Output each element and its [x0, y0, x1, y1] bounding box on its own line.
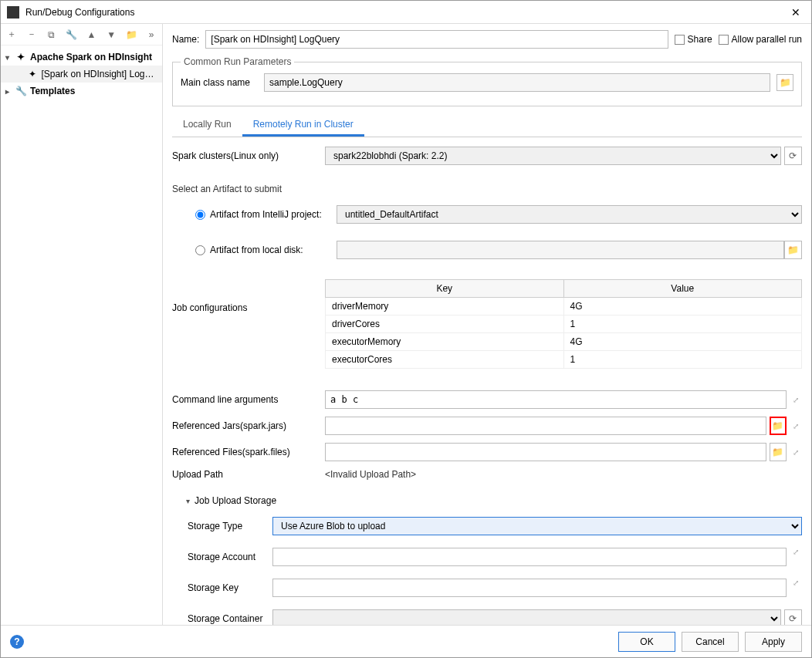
ref-files-label: Referenced Files(spark.files): [172, 447, 319, 457]
sidebar: ＋ － ⧉ 🔧 ▲ ▼ 📁 » ▾ ✦ Apache Spark on HDIn…: [1, 24, 163, 625]
cmd-args-label: Command line arguments: [172, 394, 319, 405]
artifact-disk-browse-icon[interactable]: 📁: [784, 241, 802, 259]
refresh-container-icon[interactable]: ⟳: [784, 609, 802, 625]
storage-type-label: Storage Type: [172, 521, 272, 531]
storage-account-input[interactable]: [272, 548, 787, 566]
ok-button[interactable]: OK: [618, 632, 675, 652]
down-icon[interactable]: ▼: [105, 29, 117, 41]
tree-item-logquery[interactable]: ✦ [Spark on HDInsight] LogQuery: [1, 66, 162, 83]
cluster-label: Spark clusters(Linux only): [172, 150, 319, 161]
tree-templates-label: Templates: [30, 86, 75, 96]
close-icon[interactable]: ✕: [787, 6, 805, 19]
chevron-down-icon: ▾: [186, 497, 190, 505]
wrench-icon[interactable]: 🔧: [66, 29, 78, 41]
chevron-down-icon: ▾: [5, 53, 15, 62]
table-row: executorCores1: [326, 351, 802, 369]
storage-type-select[interactable]: Use Azure Blob to upload: [272, 517, 802, 535]
job-config-table[interactable]: Key Value driverMemory4G driverCores1 ex…: [325, 279, 802, 369]
job-config-label: Job configurations: [172, 279, 319, 313]
tree-item-label: [Spark on HDInsight] LogQuery: [41, 69, 157, 79]
main-class-browse-icon[interactable]: 📁: [776, 74, 793, 91]
config-toolbar: ＋ － ⧉ 🔧 ▲ ▼ 📁 »: [1, 24, 162, 46]
tab-remotely-run[interactable]: Remotely Run in Cluster: [242, 114, 364, 137]
refresh-cluster-icon[interactable]: ⟳: [784, 147, 802, 165]
ref-files-input[interactable]: [325, 443, 766, 461]
wrench-icon: 🔧: [15, 85, 27, 97]
job-upload-storage-toggle[interactable]: ▾ Job Upload Storage: [172, 495, 802, 506]
artifact-section-label: Select an Artifact to submit: [172, 184, 802, 194]
expand-icon[interactable]: ⤢: [790, 548, 802, 566]
share-checkbox[interactable]: Share: [675, 34, 712, 45]
cmd-args-input[interactable]: [325, 390, 787, 409]
table-row: driverCores1: [326, 316, 802, 333]
upload-path-label: Upload Path: [172, 469, 319, 480]
config-tree: ▾ ✦ Apache Spark on HDInsight ✦ [Spark o…: [1, 46, 162, 625]
storage-section-label: Job Upload Storage: [195, 495, 276, 506]
main-class-input[interactable]: [264, 73, 770, 92]
artifact-project-select[interactable]: untitled_DefaultArtifact: [337, 205, 802, 224]
expand-icon[interactable]: ⤢: [790, 448, 802, 457]
up-icon[interactable]: ▲: [86, 29, 98, 41]
storage-container-label: Storage Container: [172, 613, 272, 624]
expand-icon[interactable]: ⤢: [790, 422, 802, 430]
ref-jars-browse-icon[interactable]: 📁: [770, 417, 787, 435]
storage-account-label: Storage Account: [172, 552, 272, 562]
tree-group-spark[interactable]: ▾ ✦ Apache Spark on HDInsight: [1, 49, 162, 66]
chevron-right-icon: ▸: [5, 87, 15, 96]
parallel-checkbox[interactable]: Allow parallel run: [719, 34, 802, 45]
table-row: executorMemory4G: [326, 333, 802, 351]
spark-icon: ✦: [27, 68, 38, 80]
remove-icon[interactable]: －: [25, 29, 38, 41]
upload-path-value: <Invalid Upload Path>: [325, 469, 802, 480]
expand-icon[interactable]: ⤢: [790, 579, 802, 597]
cancel-button[interactable]: Cancel: [682, 632, 739, 652]
name-label: Name:: [172, 34, 199, 45]
storage-key-label: Storage Key: [172, 582, 272, 593]
common-legend: Common Run Parameters: [181, 56, 294, 67]
app-icon: [7, 6, 19, 19]
artifact-disk-radio[interactable]: [195, 245, 205, 255]
dialog-footer: ? OK Cancel Apply: [1, 625, 811, 657]
artifact-disk-label: Artifact from local disk:: [210, 245, 337, 255]
help-icon[interactable]: ?: [10, 635, 24, 649]
table-row: driverMemory4G: [326, 298, 802, 316]
content-panel: Name: Share Allow parallel run Common Ru…: [163, 24, 811, 625]
window-title: Run/Debug Configurations: [25, 7, 787, 18]
expand-icon[interactable]: »: [145, 29, 157, 41]
main-class-label: Main class name: [181, 77, 258, 88]
storage-container-select[interactable]: [272, 609, 781, 625]
tab-locally-run[interactable]: Locally Run: [172, 114, 242, 137]
storage-key-input[interactable]: [272, 579, 787, 597]
folder-icon[interactable]: 📁: [125, 29, 137, 41]
artifact-disk-input[interactable]: [337, 241, 784, 259]
ref-files-browse-icon[interactable]: 📁: [770, 443, 787, 461]
cluster-select[interactable]: spark22blobhdi (Spark: 2.2): [325, 147, 781, 165]
copy-icon[interactable]: ⧉: [46, 29, 58, 41]
col-value: Value: [563, 280, 802, 298]
apply-button[interactable]: Apply: [745, 632, 802, 652]
name-input[interactable]: [205, 30, 668, 49]
tree-templates[interactable]: ▸ 🔧 Templates: [1, 83, 162, 100]
artifact-project-radio[interactable]: [195, 210, 205, 220]
common-params-fieldset: Common Run Parameters Main class name 📁: [172, 56, 802, 106]
ref-jars-label: Referenced Jars(spark.jars): [172, 420, 319, 431]
expand-icon[interactable]: ⤢: [790, 396, 802, 404]
add-icon[interactable]: ＋: [5, 29, 18, 41]
titlebar: Run/Debug Configurations ✕: [1, 1, 811, 24]
spark-icon: ✦: [15, 51, 27, 63]
col-key: Key: [326, 280, 564, 298]
run-tabs: Locally Run Remotely Run in Cluster: [172, 114, 802, 137]
tree-group-label: Apache Spark on HDInsight: [30, 52, 152, 62]
ref-jars-input[interactable]: [325, 417, 766, 435]
artifact-project-label: Artifact from IntelliJ project:: [210, 209, 337, 220]
